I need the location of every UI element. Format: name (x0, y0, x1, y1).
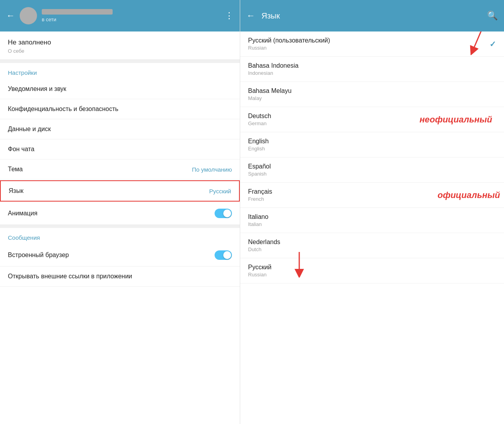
theme-value: По умолчанию (192, 166, 232, 173)
language-native-dutch: Dutch (248, 246, 280, 252)
language-name-indonesian: Bahasa Indonesia (248, 62, 298, 69)
svg-line-1 (472, 31, 484, 51)
language-native-italian: Italian (248, 221, 269, 227)
unofficial-annotation: неофициальный (419, 115, 492, 125)
wallpaper-label: Фон чата (8, 146, 34, 153)
back-button-right[interactable]: ← (246, 11, 255, 21)
settings-item-notifications[interactable]: Уведомления и звук (0, 79, 240, 99)
language-item-russian-official[interactable]: Русский Russian (240, 258, 504, 283)
profile-bio-title: Не заполнено (8, 39, 232, 46)
data-label: Данные и диск (8, 126, 51, 133)
language-text-spanish: Español Spanish (248, 163, 271, 177)
language-name-french: Français (248, 188, 272, 195)
language-text-dutch: Nederlands Dutch (248, 239, 280, 252)
language-item-italian[interactable]: Italiano Italian (240, 208, 504, 233)
language-name-german: Deutsch (248, 113, 271, 120)
profile-bio-subtitle: О себе (8, 48, 232, 54)
settings-item-animation[interactable]: Анимация (0, 202, 240, 225)
back-button-left[interactable]: ← (6, 11, 15, 21)
header-info: в сети (42, 9, 220, 22)
theme-label: Тема (8, 166, 23, 173)
language-text-italian: Italiano Italian (248, 213, 269, 227)
language-value: Русский (209, 188, 231, 194)
contact-name-blurred (42, 9, 113, 15)
language-name-malay: Bahasa Melayu (248, 87, 291, 94)
language-name-russian-custom: Русский (пользовательский) (248, 37, 330, 44)
language-text-indonesian: Bahasa Indonesia Indonesian (248, 62, 298, 76)
animation-toggle[interactable] (215, 209, 232, 218)
language-text-russian-official: Русский Russian (248, 264, 271, 278)
settings-item-privacy[interactable]: Конфиденциальность и безопасность (0, 99, 240, 119)
profile-section: Не заполнено О себе (0, 31, 240, 60)
more-options-button[interactable]: ⋮ (225, 11, 233, 21)
official-annotation: официальный (437, 190, 500, 200)
language-text-russian-custom: Русский (пользовательский) Russian (248, 37, 330, 51)
language-name-russian-official: Русский (248, 264, 271, 271)
right-header: ← Язык 🔍 (240, 0, 504, 31)
avatar (20, 7, 37, 24)
messages-section-header: Сообщения (0, 228, 240, 244)
language-native-german: German (248, 120, 271, 126)
language-name-dutch: Nederlands (248, 239, 280, 246)
browser-toggle[interactable] (215, 250, 232, 260)
language-text-french: Français French (248, 188, 272, 202)
section-divider-1 (0, 60, 240, 63)
settings-item-wallpaper[interactable]: Фон чата (0, 139, 240, 159)
notifications-label: Уведомления и звук (8, 85, 66, 93)
language-name-english: English (248, 138, 269, 145)
settings-section-header: Настройки (0, 63, 240, 79)
section-divider-2 (0, 225, 240, 228)
language-text-english: English English (248, 138, 269, 152)
settings-item-data[interactable]: Данные и диск (0, 119, 240, 139)
privacy-label: Конфиденциальность и безопасность (8, 106, 119, 113)
settings-item-theme[interactable]: Тема По умолчанию (0, 159, 240, 180)
language-text-german: Deutsch German (248, 113, 271, 126)
language-item-german[interactable]: Deutsch German неофициальный (240, 107, 504, 132)
browser-label: Встроенный браузер (8, 252, 69, 259)
settings-item-language[interactable]: Язык Русский (0, 180, 240, 202)
animation-toggle-container (215, 209, 232, 218)
language-native-russian-custom: Russian (248, 45, 330, 51)
language-native-malay: Malay (248, 95, 291, 101)
right-panel: ← Язык 🔍 Русский (пользовательский) Russ… (240, 0, 504, 424)
language-native-indonesian: Indonesian (248, 70, 298, 76)
external-links-label: Открывать внешние ссылки в приложении (8, 273, 132, 280)
language-item-indonesian[interactable]: Bahasa Indonesia Indonesian (240, 57, 504, 82)
left-panel: ← в сети ⋮ Не заполнено О себе Настройки… (0, 0, 240, 424)
browser-toggle-container (215, 250, 232, 260)
language-label: Язык (9, 187, 23, 194)
language-text-malay: Bahasa Melayu Malay (248, 87, 291, 101)
language-item-russian-custom[interactable]: Русский (пользовательский) Russian ✓ (240, 31, 504, 57)
settings-item-external-links[interactable]: Открывать внешние ссылки в приложении (0, 267, 240, 287)
language-name-spanish: Español (248, 163, 271, 170)
language-native-english: English (248, 146, 269, 152)
selected-checkmark: ✓ (489, 39, 496, 49)
language-native-french: French (248, 196, 272, 202)
language-screen-title: Язык (261, 11, 481, 20)
contact-status: в сети (42, 17, 220, 22)
language-native-russian-official: Russian (248, 272, 271, 278)
language-list: Русский (пользовательский) Russian ✓ Bah… (240, 31, 504, 424)
language-item-french[interactable]: Français French официальный (240, 183, 504, 208)
animation-label: Анимация (8, 210, 37, 217)
language-item-malay[interactable]: Bahasa Melayu Malay (240, 82, 504, 107)
settings-item-browser[interactable]: Встроенный браузер (0, 244, 240, 267)
language-item-dutch[interactable]: Nederlands Dutch (240, 233, 504, 258)
left-header: ← в сети ⋮ (0, 0, 240, 31)
language-name-italian: Italiano (248, 213, 269, 220)
red-arrow-1 (461, 31, 492, 55)
language-item-spanish[interactable]: Español Spanish (240, 157, 504, 183)
language-native-spanish: Spanish (248, 171, 271, 177)
language-item-english[interactable]: English English (240, 132, 504, 157)
search-language-button[interactable]: 🔍 (487, 11, 498, 21)
